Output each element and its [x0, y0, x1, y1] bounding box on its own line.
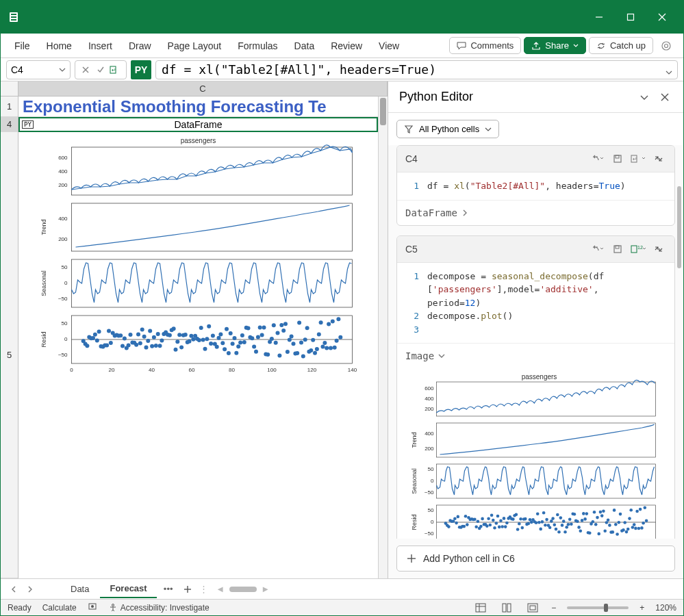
view-page-break-icon[interactable] [525, 602, 540, 614]
view-page-layout-icon[interactable] [499, 602, 514, 614]
tab-insert[interactable]: Insert [81, 36, 119, 55]
card-head[interactable]: C5 123 [397, 236, 674, 263]
output-type-icon[interactable]: ↵ [631, 151, 646, 166]
svg-point-217 [466, 523, 469, 526]
svg-point-317 [619, 513, 622, 516]
minimize-button[interactable] [583, 1, 615, 34]
svg-rect-5 [628, 14, 634, 21]
sheet-tab-forecast[interactable]: Forecast [100, 580, 156, 598]
tab-home[interactable]: Home [40, 36, 79, 55]
output-type-icon[interactable]: ↵ [110, 64, 122, 76]
cell-c1[interactable]: Exponential Smoothing Forecasting Te [18, 97, 378, 117]
panel-scrollbar[interactable] [677, 186, 681, 268]
formula-input[interactable]: df = xl("Table2[#All]", headers=True) [155, 60, 678, 79]
sheet-tab-data[interactable]: Data [61, 580, 99, 598]
filter-cells-button[interactable]: All Python cells [396, 120, 499, 138]
svg-point-299 [592, 520, 595, 524]
expand-icon[interactable] [651, 151, 666, 166]
expand-formula-icon[interactable] [665, 65, 673, 79]
output-numeric-icon[interactable]: 123 [631, 242, 646, 257]
view-normal-icon[interactable] [473, 602, 488, 614]
expand-icon[interactable] [651, 242, 666, 257]
add-python-cell-button[interactable]: Add Python cell in C6 [396, 546, 675, 572]
svg-text:80: 80 [229, 367, 235, 373]
code-block[interactable]: 1df = xl("Table2[#All]", headers=True) [397, 172, 674, 201]
result-row[interactable]: DataFrame [397, 201, 674, 225]
tab-formulas[interactable]: Formulas [231, 36, 284, 55]
cancel-icon[interactable] [79, 64, 92, 76]
cell-c4-active[interactable]: PY DataFrame [18, 117, 378, 132]
zoom-in-button[interactable]: + [639, 603, 644, 613]
tab-draw[interactable]: Draw [122, 36, 158, 55]
svg-point-109 [231, 342, 235, 346]
cell-ref: C4 [405, 153, 584, 164]
tab-file[interactable]: File [8, 36, 37, 55]
svg-point-235 [493, 526, 496, 530]
row-5-header[interactable]: 5 [1, 132, 18, 578]
tab-view[interactable]: View [372, 36, 406, 55]
svg-text:Resid: Resid [411, 514, 418, 530]
svg-rect-14 [72, 147, 353, 195]
svg-point-264 [537, 521, 541, 524]
svg-text:400: 400 [425, 396, 434, 402]
hscroll-right[interactable]: ► [258, 582, 273, 597]
cell-ref: C5 [405, 244, 584, 255]
save-icon[interactable] [610, 242, 625, 257]
column-c-header[interactable]: C [18, 81, 388, 96]
svg-rect-356 [530, 606, 535, 610]
svg-point-249 [515, 513, 518, 517]
tab-nav-next[interactable] [23, 582, 38, 597]
undo-icon[interactable] [590, 151, 605, 166]
row-4-header[interactable]: 4 [1, 117, 18, 132]
zoom-slider[interactable] [567, 606, 629, 609]
svg-point-334 [645, 519, 648, 522]
row-1-header[interactable]: 1 [1, 97, 18, 117]
svg-rect-197 [437, 505, 656, 539]
share-button[interactable]: Share [524, 37, 586, 54]
svg-point-266 [541, 520, 544, 524]
cell-c5[interactable]: passengers 200 400 600 [18, 132, 378, 393]
code-block[interactable]: 1decompose = seasonal_decompose(df ['pas… [397, 263, 674, 344]
more-tabs-icon[interactable]: ••• [158, 582, 179, 597]
svg-point-102 [217, 336, 221, 340]
tab-review[interactable]: Review [324, 36, 369, 55]
catchup-button[interactable]: Catch up [589, 37, 653, 54]
result-row[interactable]: Image [397, 344, 674, 368]
card-head[interactable]: C4 ↵ [397, 146, 674, 172]
close-panel-icon[interactable] [657, 90, 672, 105]
accessibility-status[interactable]: Accessibility: Investigate [108, 603, 210, 613]
tab-data[interactable]: Data [288, 36, 322, 55]
comments-button[interactable]: Comments [449, 37, 521, 54]
macro-record-icon[interactable] [88, 602, 97, 613]
svg-text:Trend: Trend [411, 432, 418, 448]
svg-point-300 [593, 511, 596, 514]
undo-icon[interactable] [590, 242, 605, 257]
status-calculate[interactable]: Calculate [42, 603, 77, 613]
copilot-button[interactable] [656, 37, 676, 55]
zoom-level[interactable]: 120% [655, 603, 676, 613]
hscroll-left[interactable]: ◄ [213, 582, 228, 597]
svg-point-276 [556, 513, 559, 517]
sheet-tabs-bar: Data Forecast ••• ⋮ ◄ ► [1, 578, 683, 599]
vertical-scrollbar[interactable] [378, 97, 388, 578]
zoom-out-button[interactable]: − [551, 603, 556, 613]
select-all-corner[interactable] [1, 81, 18, 96]
svg-point-65 [144, 346, 149, 350]
cells[interactable]: Exponential Smoothing Forecasting Te PY … [18, 97, 378, 578]
new-sheet-button[interactable] [180, 582, 195, 597]
name-box[interactable]: C4 [6, 60, 71, 79]
svg-point-224 [477, 520, 480, 524]
svg-text:0: 0 [64, 280, 68, 286]
svg-point-71 [156, 332, 160, 336]
tab-nav-prev[interactable] [6, 582, 21, 597]
confirm-icon[interactable] [94, 64, 107, 76]
collapse-icon[interactable] [637, 90, 652, 105]
svg-point-47 [109, 341, 113, 345]
close-button[interactable] [646, 1, 678, 34]
svg-point-149 [309, 348, 313, 352]
tab-page-layout[interactable]: Page Layout [161, 36, 229, 55]
save-icon[interactable] [610, 151, 625, 166]
maximize-button[interactable] [615, 1, 646, 34]
hscroll-thumb[interactable] [229, 587, 257, 592]
svg-text:200: 200 [425, 406, 434, 412]
